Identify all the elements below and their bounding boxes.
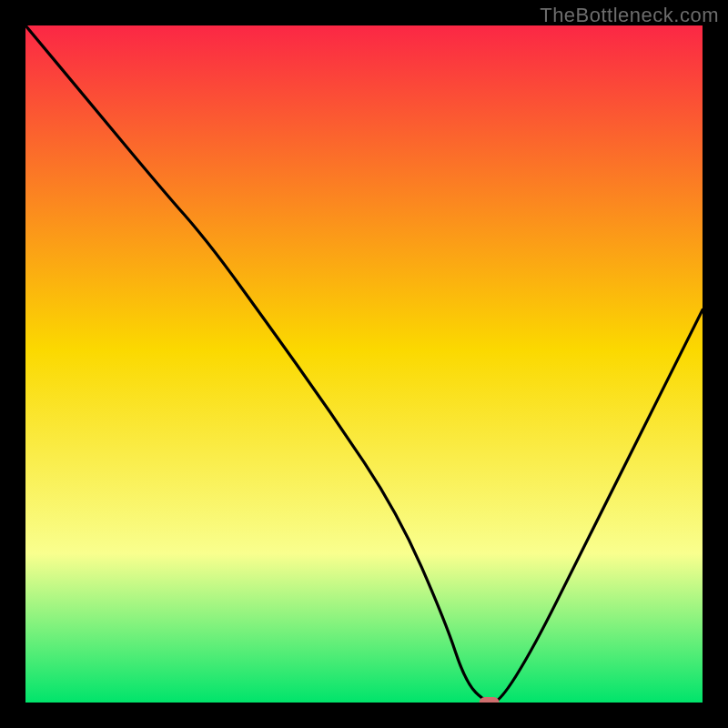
plot-area — [25, 25, 703, 703]
chart-svg — [25, 25, 703, 703]
optimum-marker — [480, 697, 500, 703]
watermark-text: TheBottleneck.com — [540, 4, 719, 27]
gradient-background — [25, 25, 703, 703]
chart-stage: TheBottleneck.com — [0, 0, 728, 728]
